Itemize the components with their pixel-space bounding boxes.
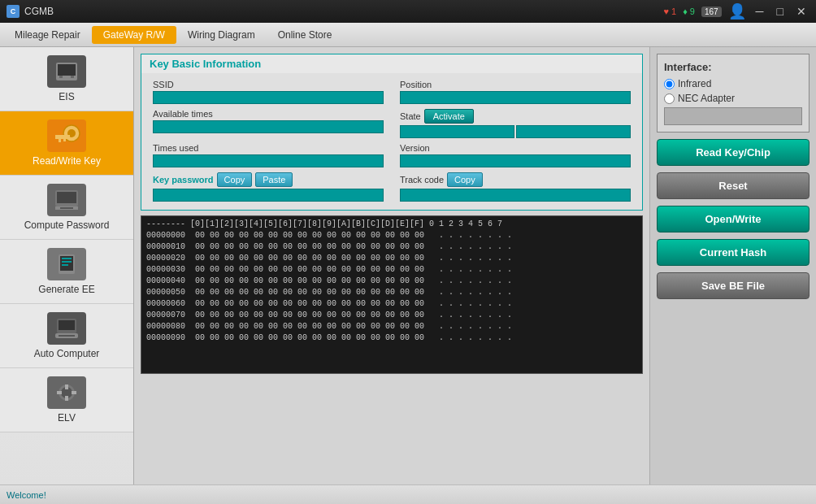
infrared-radio[interactable] xyxy=(664,79,675,89)
key-icon xyxy=(47,119,86,152)
svg-rect-27 xyxy=(72,391,76,394)
svg-rect-19 xyxy=(59,320,75,330)
nec-adapter-label: NEC Adapter xyxy=(678,93,735,104)
svg-rect-12 xyxy=(60,207,73,209)
sidebar-label-readwrite-key: Read/Write Key xyxy=(33,155,101,167)
maximize-button[interactable]: □ xyxy=(774,0,787,23)
hex-row: 00000000 00 00 00 00 00 00 00 00 00 00 0… xyxy=(146,230,637,241)
title-bar: C CGMB ♥ 1 ♦ 9 167 👤 ─ □ ✕ xyxy=(0,0,816,23)
state-value1 xyxy=(400,125,514,138)
right-panel: Interface: Infrared NEC Adapter Read Key… xyxy=(649,47,816,484)
open-write-button[interactable]: Open/Write xyxy=(657,206,809,232)
sidebar-item-eis[interactable]: EIS xyxy=(0,47,133,111)
person-icon: 👤 xyxy=(728,2,746,20)
hearts-green: ♦ 9 xyxy=(683,7,695,16)
panel-title: Key Basic Information xyxy=(141,54,642,73)
ssid-value xyxy=(153,91,384,104)
sidebar-item-elv[interactable]: ELV xyxy=(0,368,133,432)
key-password-paste-button[interactable]: Paste xyxy=(255,172,293,187)
hex-row: 00000010 00 00 00 00 00 00 00 00 00 00 0… xyxy=(146,241,637,253)
ssid-group: SSID xyxy=(153,80,384,104)
hex-row: 00000080 00 00 00 00 00 00 00 00 00 00 0… xyxy=(146,321,637,332)
hex-row: 00000090 00 00 00 00 00 00 00 00 00 00 0… xyxy=(146,332,637,344)
save-be-file-button[interactable]: Save BE File xyxy=(657,272,809,299)
svg-rect-26 xyxy=(57,391,62,394)
version-label: Version xyxy=(400,143,631,153)
fields-grid: SSID Position Available times xyxy=(153,80,631,202)
svg-rect-15 xyxy=(62,258,72,259)
interface-title: Interface: xyxy=(664,61,802,73)
menu-online-store[interactable]: Online Store xyxy=(267,26,344,44)
state-label: State xyxy=(400,111,421,121)
position-label: Position xyxy=(400,80,631,89)
svg-rect-24 xyxy=(65,385,68,389)
available-times-label: Available times xyxy=(153,109,384,119)
sidebar-label-eis: EIS xyxy=(59,91,74,102)
eis-icon xyxy=(47,55,86,88)
sidebar-label-compute-password: Compute Password xyxy=(24,219,110,231)
hex-header: -------- [0][1][2][3][4][5][6][7][8][9][… xyxy=(146,219,637,228)
track-code-label: Track code xyxy=(400,175,444,185)
svg-rect-7 xyxy=(59,139,61,142)
sidebar-item-generate-ee[interactable]: Generate EE xyxy=(0,240,133,304)
sidebar-item-readwrite-key[interactable]: Read/Write Key xyxy=(0,111,133,176)
reset-button[interactable]: Reset xyxy=(657,172,809,199)
svg-rect-21 xyxy=(59,335,75,337)
state-group: State Activate xyxy=(400,109,631,138)
app-title: CGMB xyxy=(24,6,663,17)
interface-box: Interface: Infrared NEC Adapter xyxy=(657,54,809,133)
key-basic-info-panel: Key Basic Information SSID Position xyxy=(141,54,643,211)
key-password-label-row: Key password Copy Paste xyxy=(153,172,384,187)
sidebar-label-elv: ELV xyxy=(58,412,76,424)
svg-rect-3 xyxy=(71,76,74,78)
sidebar-label-auto-computer: Auto Computer xyxy=(34,348,100,359)
minimize-button[interactable]: ─ xyxy=(753,0,767,23)
autocomp-icon xyxy=(47,312,86,345)
status-text: Welcome! xyxy=(7,490,46,500)
elv-icon xyxy=(47,376,86,409)
svg-rect-25 xyxy=(65,396,68,401)
read-key-chip-button[interactable]: Read Key/Chip xyxy=(657,139,809,166)
key-password-value xyxy=(153,189,384,202)
activate-button[interactable]: Activate xyxy=(424,109,474,124)
menu-wiring-diagram[interactable]: Wiring Diagram xyxy=(176,26,267,44)
main-area: EIS Read/Write Key Compute Password Gene… xyxy=(0,47,816,484)
current-hash-button[interactable]: Current Hash xyxy=(657,239,809,266)
close-button[interactable]: ✕ xyxy=(793,0,809,23)
sidebar: EIS Read/Write Key Compute Password Gene… xyxy=(0,47,134,484)
position-group: Position xyxy=(400,80,631,104)
state-label-row: State Activate xyxy=(400,109,631,124)
hex-row: 00000060 00 00 00 00 00 00 00 00 00 00 0… xyxy=(146,298,637,310)
svg-rect-8 xyxy=(63,139,66,141)
track-code-copy-button[interactable]: Copy xyxy=(447,172,483,187)
infrared-radio-row: Infrared xyxy=(664,78,802,89)
menu-mileage-repair[interactable]: Mileage Repair xyxy=(3,26,92,44)
svg-rect-17 xyxy=(62,264,68,266)
svg-rect-10 xyxy=(57,192,76,203)
svg-rect-16 xyxy=(62,261,72,263)
svg-rect-2 xyxy=(59,76,63,78)
menu-bar: Mileage Repair GateWay R/W Wiring Diagra… xyxy=(0,23,816,47)
infrared-label: Infrared xyxy=(678,78,711,89)
panel-content: SSID Position Available times xyxy=(141,73,642,210)
app-icon: C xyxy=(7,5,20,18)
track-code-group: Track code Copy xyxy=(400,172,631,202)
sidebar-item-auto-computer[interactable]: Auto Computer xyxy=(0,304,133,368)
track-code-label-row: Track code Copy xyxy=(400,172,631,187)
key-password-copy-button[interactable]: Copy xyxy=(217,172,253,187)
nec-adapter-radio[interactable] xyxy=(664,93,675,104)
hex-row: 00000030 00 00 00 00 00 00 00 00 00 00 0… xyxy=(146,264,637,276)
ssid-label: SSID xyxy=(153,80,384,89)
hex-row: 00000020 00 00 00 00 00 00 00 00 00 00 0… xyxy=(146,253,637,264)
interface-input-field xyxy=(664,107,802,125)
hex-row: 00000050 00 00 00 00 00 00 00 00 00 00 0… xyxy=(146,287,637,298)
hex-row: 00000040 00 00 00 00 00 00 00 00 00 00 0… xyxy=(146,276,637,287)
state-value2 xyxy=(516,125,631,138)
hex-row: 00000070 00 00 00 00 00 00 00 00 00 00 0… xyxy=(146,310,637,321)
counter-badge: 167 xyxy=(701,7,722,17)
times-used-group: Times used xyxy=(153,143,384,167)
status-bar: Welcome! xyxy=(0,484,816,504)
sidebar-item-compute-password[interactable]: Compute Password xyxy=(0,176,133,240)
available-times-group: Available times xyxy=(153,109,384,138)
menu-gateway-rw[interactable]: GateWay R/W xyxy=(92,26,176,44)
